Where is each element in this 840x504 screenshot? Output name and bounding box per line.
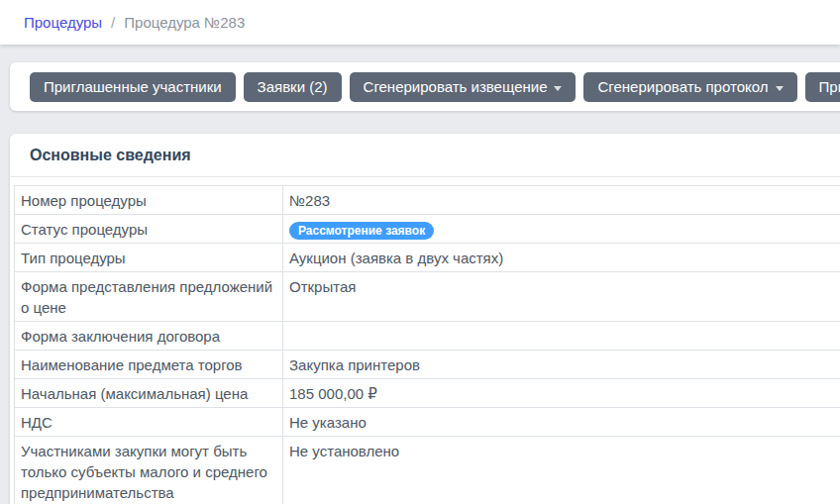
table-row: Номер процедуры №283: [15, 186, 840, 215]
top-navbar: Процедуры / Процедура №283: [0, 0, 840, 45]
toolbar-button-3[interactable]: Сгенерировать извещение: [350, 72, 577, 102]
table-row: Тип процедуры Аукцион (заявка в двух час…: [15, 244, 840, 272]
caret-down-icon: [776, 86, 784, 91]
card-title: Основные сведения: [10, 134, 840, 177]
row-value-cell: [283, 322, 840, 351]
toolbar-button-1[interactable]: Приглашенные участники: [30, 72, 236, 102]
row-label: Форма заключения договора: [15, 322, 283, 351]
toolbar-button-label: Сгенерировать протокол: [597, 77, 768, 97]
breadcrumb-link-procedures[interactable]: Процедуры: [24, 14, 102, 31]
breadcrumb-current: Процедура №283: [124, 14, 245, 31]
toolbar-button-4[interactable]: Сгенерировать протокол: [583, 72, 796, 102]
table-row: Начальная (максимальная) цена 185 000,00…: [15, 379, 840, 408]
row-value-cell: Открытая: [283, 272, 840, 322]
row-value: Открытая: [289, 278, 356, 295]
row-value-cell: Аукцион (заявка в двух частях): [283, 244, 840, 272]
table-row: Форма заключения договора: [15, 322, 840, 351]
toolbar-button-5[interactable]: Приостановка торгов: [805, 72, 840, 102]
table-row: Форма представления предложений о цене О…: [15, 272, 840, 322]
row-value: Закупка принтеров: [289, 356, 420, 373]
row-value: Аукцион (заявка в двух частях): [289, 250, 503, 266]
row-value-cell: Не указано: [283, 408, 840, 437]
row-label: Начальная (максимальная) цена: [15, 379, 283, 408]
row-label: НДС: [15, 408, 283, 437]
toolbar: Приглашенные участники Заявки (2) Сгенер…: [10, 62, 840, 111]
toolbar-button-label: Сгенерировать извещение: [364, 77, 548, 97]
page-content: Приглашенные участники Заявки (2) Сгенер…: [0, 45, 840, 504]
row-value-cell: Закупка принтеров: [283, 351, 840, 379]
table-row: Участниками закупки могут быть только су…: [15, 437, 840, 504]
row-value: Не указано: [289, 414, 367, 431]
breadcrumb: Процедуры / Процедура №283: [24, 14, 245, 31]
row-value-cell: Рассмотрение заявок: [283, 215, 840, 244]
row-value-cell: 185 000,00 ₽: [283, 379, 840, 408]
card-body: Номер процедуры №283 Статус процедуры Ра…: [10, 177, 840, 504]
breadcrumb-separator: /: [111, 14, 115, 31]
toolbar-button-2[interactable]: Заявки (2): [244, 72, 342, 102]
details-table: Номер процедуры №283 Статус процедуры Ра…: [14, 185, 840, 504]
main-info-card: Основные сведения Номер процедуры №283 С…: [10, 134, 840, 504]
row-label: Тип процедуры: [15, 244, 283, 272]
table-row: Наименование предмета торгов Закупка при…: [15, 351, 840, 379]
row-label: Форма представления предложений о цене: [15, 272, 283, 322]
row-value-cell: №283: [283, 186, 840, 215]
toolbar-button-label: Заявки (2): [258, 77, 328, 97]
row-value: Не установлено: [289, 443, 399, 459]
toolbar-button-label: Приостановка торгов: [819, 77, 840, 97]
status-badge: Рассмотрение заявок: [289, 222, 434, 240]
caret-down-icon: [554, 86, 562, 91]
toolbar-button-label: Приглашенные участники: [44, 77, 222, 97]
row-label: Номер процедуры: [15, 186, 283, 215]
row-label: Статус процедуры: [15, 215, 283, 244]
row-label: Наименование предмета торгов: [15, 351, 283, 379]
row-value: 185 000,00 ₽: [289, 385, 377, 402]
row-value-cell: Не установлено: [283, 437, 840, 504]
table-row: Статус процедуры Рассмотрение заявок: [15, 215, 840, 244]
row-value: №283: [289, 192, 330, 209]
table-row: НДС Не указано: [15, 408, 840, 437]
row-label: Участниками закупки могут быть только су…: [15, 437, 283, 504]
